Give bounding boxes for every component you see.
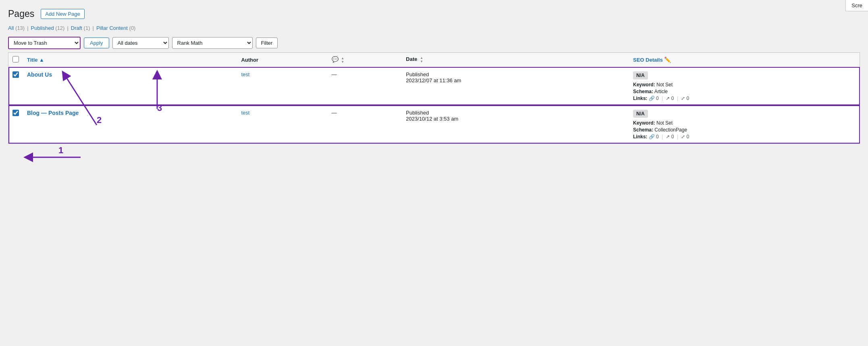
col-header-author: Author <box>237 52 327 67</box>
screen-options-area: Scre <box>845 0 868 11</box>
col-header-comments: 💬 ▲▼ <box>328 52 402 67</box>
row-checkbox-1[interactable] <box>12 110 19 116</box>
table-nav: Move to Trash Apply All dates Rank Math … <box>8 37 860 49</box>
schema-line-0: Schema: Article <box>633 89 856 94</box>
date-value-0: 2023/12/07 at 11:36 am <box>406 77 461 83</box>
page-title: Pages <box>8 8 34 20</box>
date-value-1: 2023/10/12 at 3:53 am <box>406 116 458 122</box>
date-status-1: Published <box>406 110 429 116</box>
pages-table: Title ▲ Author 💬 ▲▼ Date ▲▼ SEO Details … <box>8 52 860 144</box>
author-link-0[interactable]: test <box>241 71 249 77</box>
filter-pillar-content[interactable]: Pillar Content (0) <box>96 25 136 31</box>
col-header-seo: SEO Details ✏️ <box>629 52 860 67</box>
row-checkbox-0[interactable] <box>12 71 19 78</box>
keyword-line-1: Keyword: Not Set <box>633 120 856 126</box>
screen-options-label: Scre <box>851 2 862 8</box>
page-header: Pages Add New Page <box>8 8 860 20</box>
row-author-cell-0: test <box>237 67 327 105</box>
row-comments-cell-1: — <box>328 105 402 144</box>
row-date-cell-1: Published 2023/10/12 at 3:53 am <box>402 105 629 144</box>
schema-line-1: Schema: CollectionPage <box>633 127 856 133</box>
row-date-cell-0: Published 2023/12/07 at 11:36 am <box>402 67 629 105</box>
page-title-link-0[interactable]: About Us <box>27 71 52 78</box>
row-title-cell-1: Blog — Posts Page <box>23 105 237 144</box>
filter-draft[interactable]: Draft (1) <box>71 25 90 31</box>
filter-all[interactable]: All (13) <box>8 25 25 31</box>
seo-badge-1: N/A <box>633 110 648 118</box>
sort-title-link[interactable]: Title ▲ <box>27 57 44 63</box>
row-title-cell-0: About Us <box>23 67 237 105</box>
rank-math-filter-select[interactable]: Rank Math <box>172 37 253 49</box>
comment-count-1: — <box>332 110 337 116</box>
apply-button[interactable]: Apply <box>84 38 109 48</box>
page-title-link-1[interactable]: Blog — Posts Page <box>27 110 79 116</box>
filter-button[interactable]: Filter <box>256 38 278 48</box>
page-wrapper: Scre Pages Add New Page All (13) | Publi… <box>0 0 868 346</box>
filter-published[interactable]: Published (12) <box>31 25 65 31</box>
pencil-icon[interactable]: ✏️ <box>664 56 671 63</box>
row-checkbox-cell <box>8 105 23 144</box>
row-seo-cell-1: N/A Keyword: Not Set Schema: CollectionP… <box>629 105 860 144</box>
annotation-overlay <box>0 0 868 346</box>
date-status-0: Published <box>406 71 429 77</box>
keyword-line-0: Keyword: Not Set <box>633 82 856 88</box>
comment-icon: 💬 <box>332 56 338 63</box>
status-filter-bar: All (13) | Published (12) | Draft (1) | … <box>8 25 860 31</box>
bulk-action-select[interactable]: Move to Trash <box>8 37 81 49</box>
links-line-0: Links: 🔗 0 | ↗ 0 | ⤢ 0 <box>633 96 856 101</box>
annotation-number-1: 1 <box>58 145 63 156</box>
add-new-page-button[interactable]: Add New Page <box>41 9 85 19</box>
select-all-checkbox[interactable] <box>12 56 19 63</box>
row-seo-cell-0: N/A Keyword: Not Set Schema: Article Lin… <box>629 67 860 105</box>
col-header-title: Title ▲ <box>23 52 237 67</box>
links-line-1: Links: 🔗 0 | ↗ 0 | ⤢ 0 <box>633 134 856 140</box>
row-checkbox-cell <box>8 67 23 105</box>
col-header-date: Date ▲▼ <box>402 52 629 67</box>
annotation-number-2: 2 <box>97 115 102 125</box>
seo-badge-0: N/A <box>633 71 648 79</box>
col-header-checkbox <box>8 52 23 67</box>
author-link-1[interactable]: test <box>241 110 249 116</box>
table-row: Blog — Posts Page test — Published 2023/… <box>8 105 860 144</box>
table-row: About Us test — Published 2023/12/07 at … <box>8 67 860 105</box>
row-author-cell-1: test <box>237 105 327 144</box>
row-comments-cell-0: — <box>328 67 402 105</box>
annotation-number-3: 3 <box>157 103 162 113</box>
comment-count-0: — <box>332 71 337 77</box>
dates-filter-select[interactable]: All dates <box>112 37 169 49</box>
